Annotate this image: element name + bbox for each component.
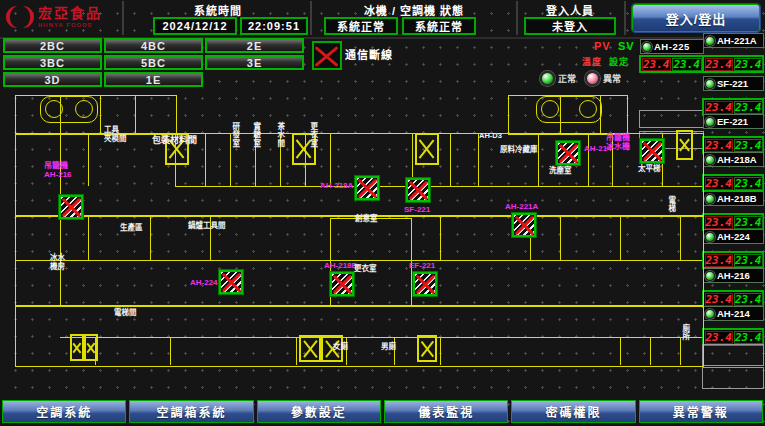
floor-button-5BC[interactable]: 5BC [104, 55, 203, 70]
comm-loss-icon [312, 41, 342, 70]
logo-icon [4, 2, 34, 32]
login-title: 登入人員 [520, 2, 620, 18]
map-device-icon-AH-218B[interactable] [329, 271, 355, 297]
separator [516, 1, 518, 35]
device-hatch [514, 215, 534, 235]
spiral-inner [45, 100, 63, 118]
set-label-1: 溫度 [582, 55, 602, 68]
floor-button-4BC[interactable]: 4BC [104, 38, 203, 53]
stair-symbol [299, 335, 321, 362]
unit-values: 23.423.4 [702, 251, 764, 269]
sv-value: 23.4 [734, 177, 763, 190]
unit-name: EF-221 [717, 116, 748, 127]
stair-symbol [70, 334, 84, 361]
room-label: 電梯間 [114, 309, 137, 318]
unit-name-bar[interactable]: AH-216 [703, 268, 764, 283]
unit-name-bar[interactable]: AH-225 [640, 39, 704, 54]
wall-segment [135, 95, 136, 133]
wall-segment [330, 133, 331, 186]
unit-name: AH-224 [717, 231, 750, 242]
map-device-icon-吊籠機-AH-216[interactable] [58, 194, 84, 220]
spiral-stair-symbol [40, 96, 98, 123]
map-device-icon-EF-221[interactable] [412, 271, 438, 297]
footer-button-密碼權限[interactable]: 密碼權限 [511, 400, 635, 423]
system-date-value: 2024/12/12 [153, 17, 237, 35]
ahu-status-value: 系統正常 [402, 17, 476, 35]
footer-button-空調箱系統[interactable]: 空調箱系統 [129, 400, 253, 423]
wall-segment [440, 337, 441, 365]
unit-name-bar[interactable]: EF-221 [703, 114, 764, 129]
room-label: 冰水 機房 [50, 254, 65, 271]
sv-value: 23.4 [734, 101, 763, 114]
legend-abnormal-label: 異常 [603, 72, 621, 85]
spiral-inner [75, 100, 93, 118]
room-label: 男廁 [381, 343, 396, 352]
map-device-icon-AH-224[interactable] [218, 269, 244, 295]
login-logout-button[interactable]: 登入/登出 [632, 4, 760, 32]
unit-status-led [642, 42, 652, 52]
unit-status-led [705, 309, 715, 319]
wall-segment [170, 337, 171, 365]
wall-segment [88, 133, 89, 186]
hvac-hmi-screen: 宏亞食品 HUNYA FOODS 系統時間 2024/12/12 22:09:5… [0, 0, 765, 426]
spiral-inner [579, 100, 597, 118]
unit-name-bar[interactable]: AH-218B [703, 191, 764, 206]
wall-segment [588, 133, 589, 186]
pv-value: 23.4 [705, 101, 734, 114]
unit-name-bar[interactable]: AH-224 [703, 229, 764, 244]
footer-nav: 空調系統空調箱系統參數設定儀表監視密碼權限異常警報 [2, 400, 763, 423]
floor-button-3BC[interactable]: 3BC [3, 55, 102, 70]
footer-button-異常警報[interactable]: 異常警報 [639, 400, 763, 423]
room-label: 鍋爐工具間 [188, 222, 226, 231]
room-label: 女廁 [333, 343, 348, 352]
map-device-label: AH-224 [190, 279, 218, 288]
floor-button-1E[interactable]: 1E [104, 72, 203, 87]
footer-button-參數設定[interactable]: 參數設定 [257, 400, 381, 423]
map-device-icon-AH-218A[interactable] [354, 175, 380, 201]
map-device-icon-AH-221A[interactable] [511, 212, 537, 238]
floor-button-3D[interactable]: 3D [3, 72, 102, 87]
room-label: 包裝材料間 [152, 135, 197, 145]
unit-status-led [705, 155, 715, 165]
sv-value: 23.4 [672, 58, 702, 71]
device-hatch [221, 272, 241, 292]
system-time-title: 系統時間 [130, 2, 306, 18]
map-device-label: SF-221 [404, 206, 430, 215]
device-hatch [332, 274, 352, 294]
pv-header-label: PV [594, 40, 611, 52]
room-label: 電梯 [666, 196, 675, 213]
unit-name-bar[interactable]: AH-214 [703, 306, 764, 321]
floor-button-2BC[interactable]: 2BC [3, 38, 102, 53]
pv-value: 23.4 [705, 293, 734, 306]
unit-name: AH-225 [654, 41, 690, 52]
map-device-icon-吊籠機-冰水機[interactable] [639, 138, 665, 164]
wall-segment [478, 133, 479, 186]
room-label: 生產區 [120, 224, 143, 233]
room-label: 太平梯 [638, 165, 661, 174]
wall-segment [620, 337, 621, 365]
room-label: 茶水間 [275, 122, 284, 148]
floor-button-3E[interactable]: 3E [205, 55, 304, 70]
wall-segment [60, 337, 702, 338]
unit-status-led [705, 117, 715, 127]
wall-segment [15, 260, 702, 261]
footer-button-空調系統[interactable]: 空調系統 [2, 400, 126, 423]
stair-symbol [417, 335, 437, 362]
room-label: 創意室 [355, 215, 378, 224]
map-device-label: AH-218B [324, 262, 357, 271]
unit-name-bar[interactable]: AH-221A [703, 33, 764, 48]
unit-name: AH-216 [717, 270, 750, 281]
wall-segment [450, 133, 451, 186]
wall-segment [620, 215, 621, 260]
sv-value: 23.4 [734, 216, 763, 229]
unit-name-bar[interactable]: SF-221 [703, 76, 764, 91]
map-device-icon-AH-214[interactable] [555, 140, 581, 166]
map-device-icon-SF-221[interactable] [405, 177, 431, 203]
unit-status-led [705, 194, 715, 204]
room-label: 更衣室 [354, 265, 377, 274]
footer-button-儀表監視[interactable]: 儀表監視 [384, 400, 508, 423]
unit-status-led [705, 232, 715, 242]
floor-button-2E[interactable]: 2E [205, 38, 304, 53]
wall-segment [100, 95, 101, 133]
unit-name-bar[interactable]: AH-218A [703, 152, 764, 167]
